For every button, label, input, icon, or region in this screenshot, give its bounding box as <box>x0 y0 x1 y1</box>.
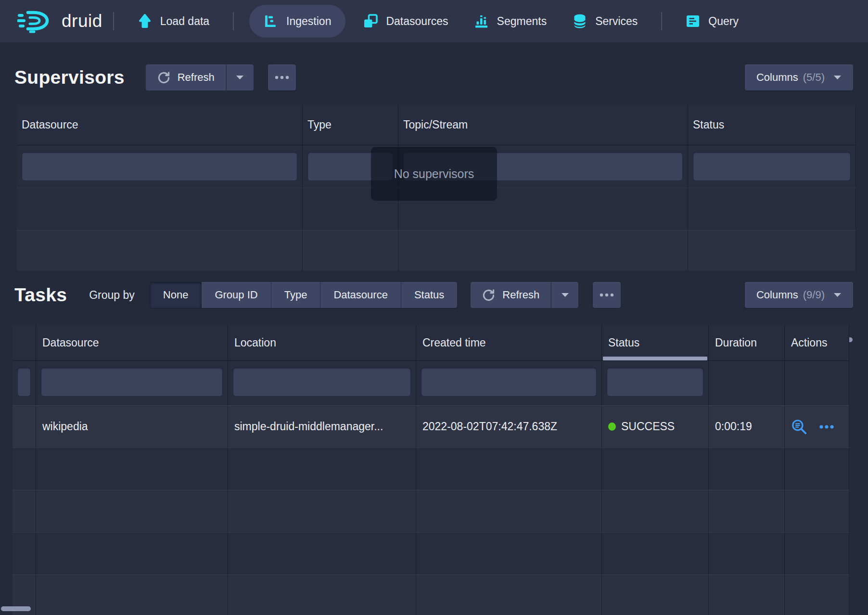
supervisors-section: Supervisors Refresh <box>0 64 868 270</box>
supervisors-refresh-button[interactable]: Refresh <box>146 64 226 90</box>
nav-item-query[interactable]: Query <box>673 0 752 42</box>
task-duration: 0:00:19 <box>709 406 785 448</box>
magnifier-lines-icon[interactable] <box>791 419 807 435</box>
brand-home[interactable]: druid <box>17 9 102 33</box>
gantt-chart-icon <box>264 14 278 28</box>
tasks-filter-row <box>13 361 849 405</box>
column-header-datasource[interactable]: Datasource <box>36 325 228 360</box>
empty-table-row <box>13 448 849 490</box>
column-header-datasource[interactable]: Datasource <box>17 105 303 145</box>
task-more-dots-icon[interactable] <box>819 424 834 429</box>
supervisors-refresh-split-button: Refresh <box>146 64 254 90</box>
supervisors-more-button[interactable] <box>268 64 296 90</box>
tasks-section: Tasks Group by None Group ID Type Dataso… <box>0 282 868 615</box>
group-by-datasource-button[interactable]: Datasource <box>320 282 401 308</box>
tasks-table-header-row: Datasource Location Created time Status … <box>13 325 849 361</box>
tasks-refresh-caret-button[interactable] <box>551 282 578 308</box>
group-by-type-button[interactable]: Type <box>271 282 321 308</box>
database-icon <box>573 13 587 29</box>
more-dots-icon <box>600 293 614 297</box>
refresh-icon <box>482 289 495 302</box>
group-by-label: Group by <box>89 289 135 302</box>
refresh-label: Refresh <box>502 289 539 301</box>
nav-items: Load data Ingestion <box>125 0 752 42</box>
caret-down-icon <box>830 293 842 297</box>
bar-chart-icon <box>474 14 489 28</box>
task-actions-cell <box>785 406 849 448</box>
stacked-panels-icon <box>363 14 378 28</box>
nav-item-label: Ingestion <box>286 15 331 28</box>
columns-label: Columns <box>756 289 798 301</box>
empty-table-row <box>17 230 856 270</box>
nav-item-label: Datasources <box>386 15 448 28</box>
nav-item-label: Segments <box>497 15 547 28</box>
nav-item-segments[interactable]: Segments <box>461 0 560 42</box>
caret-down-icon <box>236 75 244 80</box>
upload-icon <box>138 13 152 29</box>
more-dots-icon <box>275 76 289 79</box>
tasks-columns-dropdown[interactable]: Columns (9/9) <box>745 282 853 308</box>
filter-input-task-id[interactable] <box>17 368 31 397</box>
column-header-type[interactable]: Type <box>303 105 398 145</box>
nav-item-label: Query <box>708 15 739 28</box>
caret-down-icon <box>830 75 842 80</box>
druid-console: druid Load data <box>0 0 868 615</box>
console-icon <box>686 14 700 28</box>
group-by-button-group: None Group ID Type Datasource Status <box>150 282 457 308</box>
refresh-label: Refresh <box>178 71 215 84</box>
task-row-wikipedia[interactable]: wikipedia simple-druid-middlemanager... … <box>13 405 849 448</box>
columns-label: Columns <box>756 71 798 84</box>
filter-input-datasource[interactable] <box>41 368 223 397</box>
column-header-blank <box>13 325 36 360</box>
supervisors-columns-dropdown[interactable]: Columns (5/5) <box>745 64 853 90</box>
columns-count: (9/9) <box>803 289 825 301</box>
tasks-horizontal-scrollbar[interactable] <box>1 606 31 611</box>
tasks-title: Tasks <box>14 284 67 306</box>
empty-table-row <box>13 490 849 532</box>
nav-item-label: Load data <box>160 15 209 28</box>
column-header-status-sorted[interactable]: Status <box>602 325 709 360</box>
brand-wordmark: druid <box>62 11 102 31</box>
nav-item-datasources[interactable]: Datasources <box>350 0 461 42</box>
column-header-actions[interactable]: Actions <box>785 325 849 360</box>
group-by-group-id-button[interactable]: Group ID <box>202 282 271 308</box>
empty-table-row <box>13 575 849 615</box>
druid-logo-icon <box>17 9 54 33</box>
group-by-status-button[interactable]: Status <box>401 282 457 308</box>
task-created-time: 2022-08-02T07:42:47.638Z <box>416 406 602 448</box>
supervisors-table-header-row: Datasource Type Topic/Stream Status <box>17 105 856 145</box>
task-datasource: wikipedia <box>36 406 228 448</box>
nav-divider <box>233 12 234 30</box>
no-supervisors-message: No supervisors <box>371 147 497 201</box>
supervisors-refresh-caret-button[interactable] <box>226 64 254 90</box>
supervisors-title: Supervisors <box>14 67 125 88</box>
nav-item-load-data[interactable]: Load data <box>125 0 222 42</box>
supervisors-controls: Supervisors Refresh <box>0 64 868 90</box>
task-status: SUCCESS <box>621 420 675 433</box>
column-header-duration[interactable]: Duration <box>709 325 785 360</box>
nav-item-label: Services <box>595 15 638 28</box>
tasks-more-button[interactable] <box>593 282 621 308</box>
caret-down-icon <box>561 293 569 297</box>
top-nav: druid Load data <box>0 0 868 42</box>
column-header-created-time[interactable]: Created time <box>416 325 602 360</box>
filter-input-created-time[interactable] <box>421 368 597 397</box>
empty-table-row <box>13 532 849 575</box>
filter-input-datasource[interactable] <box>22 152 297 181</box>
nav-item-services[interactable]: Services <box>560 0 651 42</box>
refresh-icon <box>157 71 170 84</box>
task-location: simple-druid-middlemanager... <box>228 406 416 448</box>
nav-divider <box>661 12 662 30</box>
filter-input-status[interactable] <box>693 152 851 181</box>
filter-input-status[interactable] <box>607 368 703 397</box>
tasks-refresh-split-button: Refresh <box>471 282 578 308</box>
group-by-none-button[interactable]: None <box>150 282 202 308</box>
filter-input-location[interactable] <box>233 368 411 397</box>
supervisors-table: Datasource Type Topic/Stream Status No s… <box>17 105 856 270</box>
tasks-controls: Tasks Group by None Group ID Type Dataso… <box>0 282 868 308</box>
tasks-refresh-button[interactable]: Refresh <box>471 282 551 308</box>
column-header-status[interactable]: Status <box>688 105 856 145</box>
nav-item-ingestion[interactable]: Ingestion <box>249 5 345 38</box>
column-header-topic-stream[interactable]: Topic/Stream <box>398 105 688 145</box>
column-header-location[interactable]: Location <box>228 325 416 360</box>
